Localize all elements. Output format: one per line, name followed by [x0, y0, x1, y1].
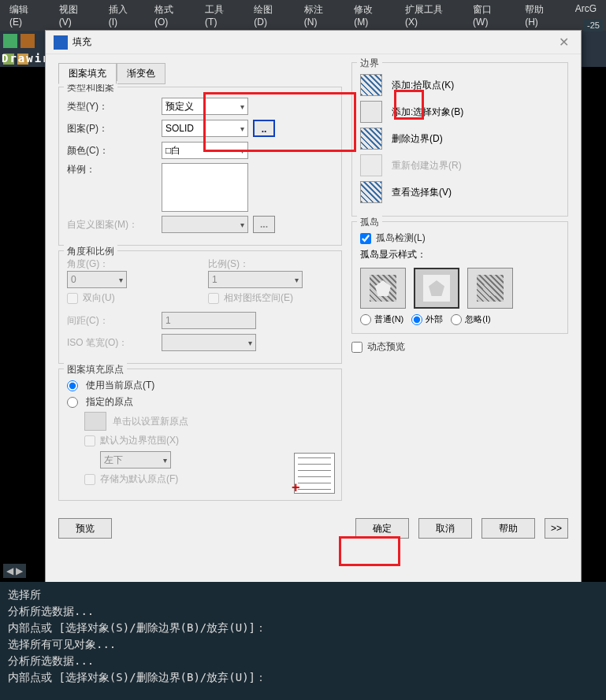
color-combo[interactable]: □白▾ [162, 142, 248, 159]
island-ignore-radio[interactable] [451, 314, 462, 325]
menu-draw[interactable]: 绘图(D) [244, 2, 294, 29]
console-nav-icons[interactable]: ◀ ▶ [3, 564, 26, 578]
dialog-title: 填充 [72, 35, 91, 49]
menu-insert[interactable]: 插入(I) [99, 2, 145, 29]
sample-preview[interactable] [162, 163, 248, 212]
default-extent-label: 默认为边界范围(X) [100, 434, 179, 447]
menu-window[interactable]: 窗口(W) [463, 2, 515, 29]
group-origin-legend: 图案填充原点 [64, 363, 127, 376]
angle-label: 角度(G)： [67, 257, 162, 271]
menu-view[interactable]: 视图(V) [50, 2, 99, 29]
group-origin: 图案填充原点 使用当前原点(T) 指定的原点 单击以设置新原点 默认为边界范围(… [58, 369, 342, 501]
angle-combo: 0▾ [67, 271, 127, 288]
recreate-boundary-icon [360, 154, 382, 176]
group-boundary-legend: 边界 [357, 57, 382, 70]
chevron-down-icon: ▾ [295, 276, 299, 284]
island-style-label: 孤岛显示样式： [360, 248, 560, 261]
menu-edit[interactable]: 编辑(E) [0, 2, 50, 29]
expand-button[interactable]: >> [545, 518, 568, 539]
toolbar-icon-1[interactable] [3, 34, 17, 48]
close-icon[interactable]: ✕ [554, 33, 573, 52]
chevron-down-icon: ▾ [240, 124, 244, 133]
menu-tools[interactable]: 工具(T) [195, 2, 244, 29]
set-new-origin-button [84, 412, 106, 431]
tab-gradient[interactable]: 渐变色 [117, 63, 165, 84]
chevron-down-icon: ▾ [240, 220, 244, 229]
console-line: 内部点或 [选择对象(S)/删除边界(B)/放弃(U)]： [8, 620, 598, 636]
remove-boundary-label[interactable]: 删除边界(D) [392, 132, 443, 146]
island-normal-radio[interactable] [360, 314, 371, 325]
specified-radio[interactable] [67, 397, 78, 408]
view-selection-label[interactable]: 查看选择集(V) [392, 186, 452, 199]
dialog-icon [54, 35, 68, 50]
menu-format[interactable]: 格式(O) [145, 2, 195, 29]
custom-browse-button: ... [253, 216, 275, 233]
store-default-checkbox [84, 474, 95, 485]
view-selection-icon[interactable] [360, 181, 382, 203]
tabs: 图案填充 渐变色 [58, 62, 342, 83]
island-ignore-icon[interactable] [467, 268, 513, 309]
specified-label: 指定的原点 [86, 395, 133, 409]
tab-hatch[interactable]: 图案填充 [58, 63, 117, 84]
dynamic-preview-label: 动态预览 [367, 340, 405, 354]
chevron-down-icon: ▾ [240, 146, 244, 155]
menu-dimension[interactable]: 标注(N) [295, 2, 344, 29]
chevron-down-icon: ▾ [119, 276, 123, 284]
preview-button[interactable]: 预览 [58, 518, 112, 539]
island-outer-radio[interactable] [411, 314, 422, 325]
add-pick-icon[interactable] [360, 74, 382, 96]
pattern-browse-button[interactable]: .. [253, 120, 275, 137]
right-panel-label: -25 [584, 19, 603, 31]
chevron-down-icon: ▾ [163, 456, 167, 465]
dynamic-preview-checkbox[interactable] [351, 342, 362, 353]
pattern-combo[interactable]: SOLID▾ [162, 120, 248, 137]
island-detect-checkbox[interactable] [360, 233, 371, 244]
island-outer-label: 外部 [426, 313, 443, 325]
menu-modify[interactable]: 修改(M) [344, 2, 396, 29]
store-default-label: 存储为默认原点(F) [100, 472, 178, 486]
paperspace-label: 相对图纸空间(E) [224, 291, 293, 305]
help-button[interactable]: 帮助 [481, 518, 535, 539]
chevron-down-icon: ▾ [248, 339, 252, 347]
bidir-label: 双向(U) [83, 291, 115, 305]
add-select-label[interactable]: 添加:选择对象(B) [392, 106, 463, 119]
island-normal-icon[interactable] [360, 268, 406, 309]
toolbar-icon-2[interactable] [20, 34, 35, 48]
iso-label: ISO 笔宽(O)： [67, 336, 162, 350]
group-boundary: 边界 添加:拾取点(K) 添加:选择对象(B) 删除边界(D) 重新创建边界(R… [351, 62, 568, 217]
use-current-radio[interactable] [67, 380, 78, 391]
scale-label: 比例(S)： [208, 257, 303, 271]
type-combo[interactable]: 预定义▾ [162, 98, 248, 115]
default-extent-checkbox [84, 435, 95, 446]
command-console[interactable]: 选择所 分析所选数据... 内部点或 [选择对象(S)/删除边界(B)/放弃(U… [0, 582, 606, 700]
hatch-dialog: 填充 ✕ 图案填充 渐变色 类型和图案 类型(Y)： 预定义▾ 图案(P)： S… [45, 30, 582, 597]
group-island: 孤岛 孤岛检测(L) 孤岛显示样式： 普通(N) 外部 忽略(I) [351, 221, 568, 334]
add-pick-label[interactable]: 添加:拾取点(K) [392, 79, 454, 92]
add-select-icon[interactable] [360, 101, 382, 123]
chevron-down-icon: ▾ [240, 102, 244, 111]
console-line: 内部点或 [选择对象(S)/删除边界(B)/放弃(U)]： [8, 669, 598, 686]
ok-button[interactable]: 确定 [355, 518, 409, 539]
console-line: 选择所 [8, 587, 598, 603]
color-label: 颜色(C)： [67, 144, 162, 157]
menu-help[interactable]: 帮助(H) [515, 2, 565, 29]
origin-position-combo: 左下▾ [100, 451, 171, 469]
console-line: 选择所有可见对象... [8, 636, 598, 653]
island-outer-icon[interactable] [414, 268, 459, 309]
spacing-input: 1 [162, 312, 256, 329]
iso-combo: ▾ [162, 334, 256, 351]
click-set-label: 单击以设置新原点 [113, 415, 188, 428]
cancel-button[interactable]: 取消 [418, 518, 472, 539]
scale-combo: 1▾ [208, 271, 303, 288]
group-island-legend: 孤岛 [357, 216, 382, 229]
custom-label: 自定义图案(M)： [67, 218, 162, 231]
menu-extensions[interactable]: 扩展工具(X) [396, 2, 463, 29]
island-normal-label: 普通(N) [374, 313, 403, 325]
sample-label: 样例： [67, 163, 162, 176]
group-angle-scale-legend: 角度和比例 [64, 245, 117, 258]
origin-preview-icon [294, 453, 335, 494]
remove-boundary-icon[interactable] [360, 128, 382, 150]
type-label: 类型(Y)： [67, 100, 162, 113]
console-line: 分析所选数据... [8, 653, 598, 669]
console-line: 分析所选数据... [8, 603, 598, 620]
